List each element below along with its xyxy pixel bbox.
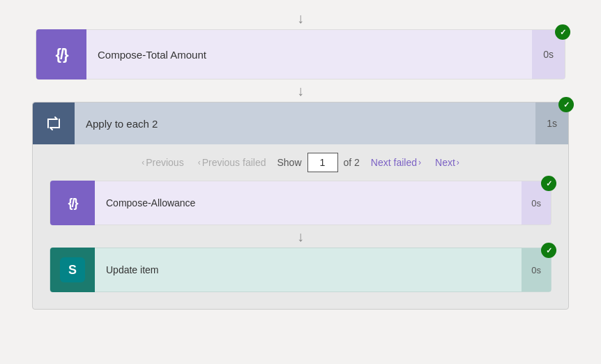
compose-total-label: Compose-Total Amount xyxy=(86,49,532,61)
pagination-bar: ‹ Previous ‹ Previous failed Show of 2 N… xyxy=(33,144,568,181)
next-button[interactable]: Next › xyxy=(429,154,465,171)
previous-chevron-icon: ‹ xyxy=(142,158,144,167)
of-label: of 2 xyxy=(344,157,360,168)
compose-total-success-badge: ✓ xyxy=(555,24,570,40)
arrow-inner: ↓ xyxy=(287,225,314,248)
loop-content: {/} Compose-Allowance 0s ✓ ↓ S xyxy=(33,181,568,292)
compose-total-icon: {/} xyxy=(36,29,86,79)
arrow-middle: ↓ xyxy=(287,79,314,102)
update-item-label: Update item xyxy=(95,264,522,275)
update-item-success-badge: ✓ xyxy=(541,243,556,258)
repeat-icon xyxy=(44,114,63,133)
compose-allowance-success-badge: ✓ xyxy=(541,176,556,191)
compose-allowance-label: Compose-Allowance xyxy=(95,197,522,208)
compose-total-card[interactable]: {/} Compose-Total Amount 0s ✓ xyxy=(36,29,565,79)
loop-header[interactable]: Apply to each 2 1s xyxy=(33,103,568,144)
next-failed-chevron-icon: › xyxy=(418,158,421,167)
next-chevron-icon: › xyxy=(457,158,459,167)
loop-container: ✓ Apply to each 2 1s ‹ Previous xyxy=(32,102,569,310)
show-label: Show xyxy=(277,157,301,168)
sharepoint-icon: S xyxy=(60,257,85,282)
next-failed-button[interactable]: Next failed › xyxy=(365,154,427,171)
canvas: ↓ {/} Compose-Total Amount 0s ✓ ↓ ✓ xyxy=(0,0,601,364)
previous-failed-chevron-icon: ‹ xyxy=(198,158,201,167)
loop-success-badge: ✓ xyxy=(558,97,574,112)
arrow-top: ↓ xyxy=(287,7,314,29)
previous-button[interactable]: ‹ Previous xyxy=(136,154,189,171)
previous-failed-button[interactable]: ‹ Previous failed xyxy=(192,154,272,171)
loop-label: Apply to each 2 xyxy=(75,118,535,130)
compose-allowance-card[interactable]: {/} Compose-Allowance 0s ✓ xyxy=(50,181,551,225)
update-item-icon: S xyxy=(50,248,95,292)
page-input[interactable] xyxy=(307,153,338,172)
compose-allowance-icon: {/} xyxy=(50,181,95,225)
loop-icon xyxy=(33,103,75,144)
update-item-card[interactable]: S Update item 0s ✓ xyxy=(50,248,551,292)
